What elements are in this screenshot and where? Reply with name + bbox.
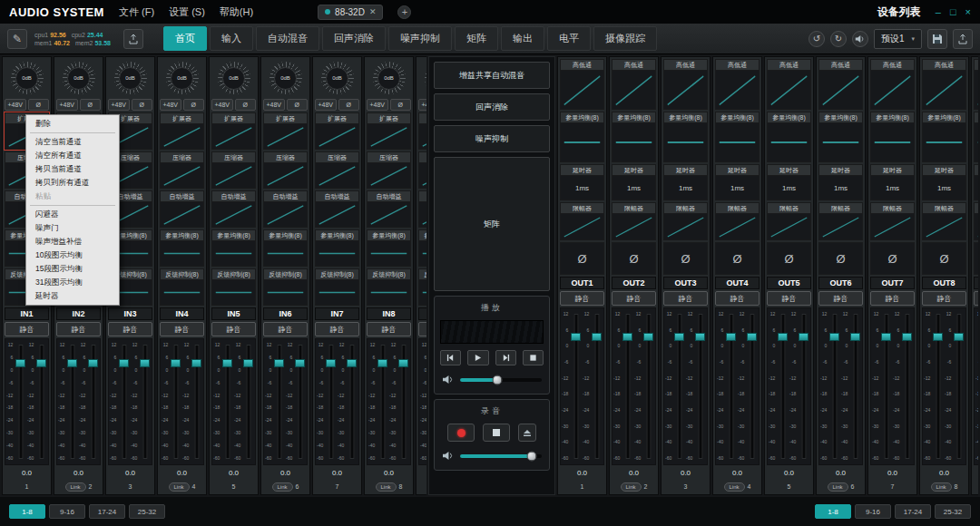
- fader-handle[interactable]: [140, 359, 150, 367]
- dsp-block-2[interactable]: 延时器1ms: [818, 164, 863, 200]
- dsp-block-0[interactable]: 高低通: [715, 59, 760, 110]
- dsp-block-0[interactable]: 高低通: [974, 59, 978, 110]
- phase-block[interactable]: Ø: [922, 242, 966, 275]
- dsp-block-2[interactable]: 自动增益: [263, 190, 308, 228]
- dsp-block-4[interactable]: 反馈抑制(8): [315, 268, 359, 306]
- fader-track[interactable]: [191, 343, 202, 461]
- mute-button[interactable]: 静音: [315, 322, 359, 336]
- fader-track[interactable]: [849, 312, 861, 461]
- input-bank-tab-1[interactable]: 9-16: [49, 504, 85, 519]
- input-bank-tab-3[interactable]: 25-32: [129, 504, 165, 519]
- mute-button[interactable]: 静音: [974, 291, 978, 306]
- context-menu-item[interactable]: 清空当前通道: [26, 135, 119, 149]
- fader-track[interactable]: [139, 343, 151, 461]
- fader-handle[interactable]: [36, 359, 46, 367]
- fader-area[interactable]: 1260-6-12-18-24-30-40-601260-6-12-18-24-…: [560, 307, 604, 465]
- fader-area[interactable]: 1260-6-12-18-24-30-40-601260-6-12-18-24-…: [922, 307, 966, 465]
- prev-button[interactable]: [440, 350, 461, 365]
- link-toggle[interactable]: Link: [931, 482, 952, 492]
- dsp-block-4[interactable]: 反馈抑制(8): [263, 268, 308, 306]
- gain-knob[interactable]: 0dB: [108, 59, 152, 97]
- stop-button[interactable]: [523, 350, 544, 365]
- fader-track[interactable]: [397, 343, 409, 461]
- dsp-block-4[interactable]: 反馈抑制(8): [160, 268, 204, 306]
- context-menu-item[interactable]: 噪声门: [26, 221, 119, 235]
- tab-add-button[interactable]: +: [397, 5, 411, 19]
- device-list-button[interactable]: 设备列表: [877, 5, 921, 20]
- dsp-block-3[interactable]: 限幅器: [663, 202, 708, 240]
- fader-track[interactable]: [694, 312, 706, 461]
- gain-knob[interactable]: 0dB: [315, 59, 359, 97]
- redo-icon[interactable]: ↻: [830, 31, 847, 47]
- dsp-block-3[interactable]: 限幅器: [560, 202, 604, 240]
- phantom-48v-button[interactable]: +48V: [367, 99, 388, 111]
- phase-block[interactable]: Ø: [767, 242, 811, 275]
- mute-button[interactable]: 静音: [870, 291, 915, 306]
- fader-track[interactable]: [746, 312, 758, 461]
- fader-area[interactable]: 1260-6-12-18-24-30-40-601260-6-12-18-24-…: [612, 307, 656, 465]
- dsp-block-1[interactable]: 参量均衡(8): [560, 112, 604, 162]
- fader-handle[interactable]: [799, 333, 808, 341]
- dsp-block-3[interactable]: 限幅器: [818, 202, 863, 240]
- phantom-48v-button[interactable]: +48V: [160, 99, 181, 111]
- fader-handle[interactable]: [295, 359, 305, 367]
- fader-handle[interactable]: [191, 359, 201, 367]
- monitor-speaker-icon[interactable]: [852, 31, 868, 47]
- mute-button[interactable]: 静音: [663, 291, 708, 306]
- mute-button[interactable]: 静音: [211, 322, 256, 336]
- dsp-block-2[interactable]: 延时器1ms: [870, 164, 915, 200]
- menu-settings[interactable]: 设置 (S): [169, 5, 205, 19]
- phase-invert-button[interactable]: Ø: [338, 99, 360, 111]
- phantom-48v-button[interactable]: +48V: [211, 99, 233, 111]
- fader-handle[interactable]: [902, 333, 912, 341]
- fader-area[interactable]: 1260-6-12-18-24-30-40-601260-6-12-18-24-…: [870, 307, 915, 465]
- dsp-block-3[interactable]: 限幅器: [612, 202, 656, 240]
- context-menu-item[interactable]: 15段图示均衡: [26, 262, 119, 276]
- minimize-button[interactable]: –: [936, 6, 941, 17]
- fader-track[interactable]: [35, 343, 47, 461]
- document-tab[interactable]: 88-32D ✕: [318, 5, 383, 20]
- fader-area[interactable]: 1260-6-12-18-24-30-40-601260-6-12-18-24-…: [367, 338, 411, 465]
- dsp-block-2[interactable]: 延时器1ms: [560, 164, 604, 200]
- fader-handle[interactable]: [243, 359, 253, 367]
- dsp-block-0[interactable]: 扩展器: [418, 112, 426, 150]
- phase-invert-button[interactable]: Ø: [287, 99, 309, 111]
- dsp-block-0[interactable]: 高低通: [560, 59, 604, 110]
- dsp-block-1[interactable]: 压缩器: [160, 151, 204, 189]
- maximize-button[interactable]: □: [950, 6, 956, 17]
- fader-handle[interactable]: [954, 333, 964, 341]
- dsp-block-4[interactable]: 反馈抑制(8): [418, 268, 426, 306]
- export-icon[interactable]: [953, 29, 973, 49]
- dsp-block-0[interactable]: 扩展器: [211, 112, 256, 150]
- gain-knob[interactable]: 0dB: [367, 59, 411, 97]
- dsp-block-0[interactable]: 高低通: [663, 59, 708, 110]
- dsp-block-3[interactable]: 限幅器: [715, 202, 760, 240]
- mute-button[interactable]: 静音: [612, 291, 656, 306]
- phase-invert-button[interactable]: Ø: [183, 99, 205, 111]
- fader-area[interactable]: 1260-6-12-18-24-30-40-601260-6-12-18-24-…: [418, 338, 426, 465]
- input-bank-tab-2[interactable]: 17-24: [89, 504, 125, 519]
- phase-block[interactable]: Ø: [560, 242, 604, 275]
- dsp-block-2[interactable]: 延时器1ms: [974, 164, 978, 200]
- fader-area[interactable]: 1260-6-12-18-24-30-40-601260-6-12-18-24-…: [663, 307, 708, 465]
- dsp-block-4[interactable]: 反馈抑制(8): [211, 268, 256, 306]
- fader-area[interactable]: 1260-6-12-18-24-30-40-601260-6-12-18-24-…: [818, 307, 863, 465]
- fader-area[interactable]: 1260-6-12-18-24-30-40-601260-6-12-18-24-…: [767, 307, 811, 465]
- phantom-48v-button[interactable]: +48V: [5, 99, 26, 111]
- gain-knob[interactable]: 0dB: [211, 59, 256, 97]
- dsp-block-1[interactable]: 参量均衡(8): [974, 112, 978, 162]
- save-icon[interactable]: [927, 29, 947, 49]
- phantom-48v-button[interactable]: +48V: [108, 99, 130, 111]
- dsp-block-2[interactable]: 自动增益: [160, 190, 204, 228]
- gain-knob[interactable]: 0dB: [56, 59, 101, 97]
- context-menu-item[interactable]: 31段图示均衡: [26, 276, 119, 289]
- context-menu-item[interactable]: 删除: [26, 117, 119, 131]
- output-bank-tab-1[interactable]: 9-16: [855, 504, 891, 519]
- dsp-block-2[interactable]: 自动增益: [418, 190, 426, 228]
- fader-track[interactable]: [294, 343, 306, 461]
- phase-invert-button[interactable]: Ø: [80, 99, 102, 111]
- play-button[interactable]: [467, 350, 488, 365]
- menu-file[interactable]: 文件 (F): [119, 5, 154, 19]
- tab-close-icon[interactable]: ✕: [369, 7, 377, 16]
- context-menu-item[interactable]: 拷贝当前通道: [26, 162, 119, 176]
